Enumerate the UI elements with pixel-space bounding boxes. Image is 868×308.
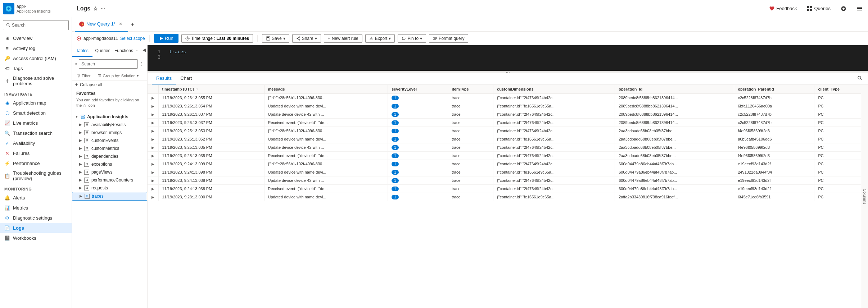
panel-tab-queries[interactable]: Queries (92, 45, 113, 57)
row-expand-button[interactable]: ▶ (152, 154, 154, 158)
add-tab-button[interactable]: + (128, 20, 137, 29)
results-tab-chart[interactable]: Chart (176, 73, 196, 84)
sidebar-item-metrics[interactable]: 📊 Metrics (0, 203, 72, 213)
row-expand-cell[interactable]: ▶ (148, 135, 158, 143)
select-scope-link[interactable]: Select scope (120, 36, 145, 41)
results-search-icon-container[interactable] (856, 74, 864, 83)
table-item-perf[interactable]: ▶ ⊞ performanceCounters (72, 176, 147, 184)
table-item-exceptions[interactable]: ▶ ⊞ exceptions (72, 160, 147, 168)
panel-search-more[interactable]: ⋮ (139, 61, 144, 67)
run-button[interactable]: Run (154, 34, 178, 43)
row-expand-button[interactable]: ▶ (152, 162, 154, 166)
row-expand-cell[interactable]: ▶ (148, 94, 158, 102)
panel-tab-functions[interactable]: Functions (113, 45, 135, 57)
query-editor[interactable]: 1 traces 2 (148, 45, 868, 71)
row-expand-button[interactable]: ▶ (152, 146, 154, 150)
tab-close-button[interactable]: ✕ (118, 21, 123, 27)
row-expand-button[interactable]: ▶ (152, 121, 154, 125)
sidebar-item-failures[interactable]: ✕ Failures (0, 148, 72, 158)
row-expand-cell[interactable]: ▶ (148, 110, 158, 119)
table-item-availability[interactable]: ▶ ⊞ availabilityResults (72, 121, 147, 129)
row-expand-button[interactable]: ▶ (152, 170, 154, 174)
row-expand-button[interactable]: ▶ (152, 137, 154, 141)
table-item-custom-metrics[interactable]: ▶ ⊞ customMetrics (72, 144, 147, 152)
row-expand-cell[interactable]: ▶ (148, 185, 158, 193)
format-query-button[interactable]: Format query (429, 34, 468, 43)
sidebar-item-application-map[interactable]: ◉ Application map (0, 98, 72, 108)
sidebar-search-input[interactable]: Search (3, 20, 69, 30)
pin-to-button[interactable]: Pin to ▾ (398, 34, 426, 43)
row-expand-button[interactable]: ▶ (152, 104, 154, 108)
db-group-header[interactable]: ▼ Application Insights (72, 113, 147, 121)
table-item-requests[interactable]: ▶ ⊞ requests (72, 184, 147, 192)
table-icon: ⊞ (84, 154, 89, 159)
sidebar-item-workbooks[interactable]: 📓 Workbooks (0, 233, 72, 243)
filter-button[interactable]: Filter (75, 73, 92, 79)
sidebar-item-overview[interactable]: ⊞ Overview (0, 33, 72, 43)
collapse-all-button[interactable]: Collapse all (72, 81, 105, 89)
table-item-traces[interactable]: ▶ ⊞ traces (72, 192, 147, 201)
sidebar-item-troubleshooting[interactable]: 📋 Troubleshooting guides (preview) (0, 168, 72, 183)
col-severity[interactable]: severityLevel (388, 85, 448, 94)
columns-panel[interactable]: Columns (861, 85, 868, 308)
col-expand[interactable] (148, 85, 158, 94)
sidebar-item-diagnose[interactable]: ⚕ Diagnose and solve problems (0, 73, 72, 88)
col-operation-parent[interactable]: operation_ParentId (734, 85, 814, 94)
col-itemtype[interactable]: itemType (448, 85, 493, 94)
row-expand-cell[interactable]: ▶ (148, 160, 158, 168)
table-item-pageviews[interactable]: ▶ ⊞ pageViews (72, 168, 147, 176)
row-expand-button[interactable]: ▶ (152, 96, 154, 100)
row-expand-button[interactable]: ▶ (152, 195, 154, 199)
new-alert-button[interactable]: + New alert rule (324, 34, 362, 43)
results-tab-results[interactable]: Results (152, 73, 176, 84)
star-icon[interactable]: ☆ (93, 6, 98, 12)
sidebar-item-availability[interactable]: ✓ Availability (0, 138, 72, 148)
row-expand-cell[interactable]: ▶ (148, 152, 158, 160)
share-button[interactable]: Share ▾ (292, 34, 321, 43)
row-expand-button[interactable]: ▶ (152, 187, 154, 191)
col-message[interactable]: message (264, 85, 388, 94)
export-button[interactable]: Export ▾ (365, 34, 395, 43)
col-custom-dim[interactable]: customDimensions (493, 85, 615, 94)
sidebar-item-smart-detection[interactable]: ⬡ Smart detection (0, 108, 72, 118)
group-by-button[interactable]: Group by: Solution ▾ (96, 72, 141, 79)
panel-more-button[interactable]: ··· (135, 45, 141, 57)
sidebar-item-transaction-search[interactable]: 🔍 Transaction search (0, 128, 72, 138)
save-button[interactable]: Save ▾ (262, 34, 289, 43)
col-client-type[interactable]: client_Type (814, 85, 868, 94)
sidebar-item-alerts[interactable]: 🔔 Alerts (0, 193, 72, 203)
table-item-browser[interactable]: ▶ ⊞ browserTimings (72, 129, 147, 137)
sidebar-item-activity-log[interactable]: ≡ Activity log (0, 43, 72, 53)
query-tab-1[interactable]: ⚡ New Query 1* ✕ (75, 17, 128, 32)
row-expand-cell[interactable]: ▶ (148, 143, 158, 152)
results-tabs: Results Chart (148, 73, 868, 85)
row-expand-cell[interactable]: ▶ (148, 168, 158, 176)
settings-button[interactable] (838, 4, 849, 13)
row-expand-button[interactable]: ▶ (152, 179, 154, 183)
col-timestamp[interactable]: timestamp [UTC] ↑↓ (158, 85, 264, 94)
queries-button[interactable]: Queries (804, 4, 833, 13)
row-expand-cell[interactable]: ▶ (148, 102, 158, 110)
table-item-dependencies[interactable]: ▶ ⊞ dependencies (72, 152, 147, 160)
sidebar-item-performance[interactable]: ⚡ Performance (0, 158, 72, 168)
more-icon[interactable]: ··· (101, 6, 105, 12)
sidebar-item-tags[interactable]: 🏷 Tags (0, 63, 72, 73)
row-expand-button[interactable]: ▶ (152, 129, 154, 133)
sidebar-item-iam[interactable]: 🔑 Access control (IAM) (0, 53, 72, 63)
panel-search-input[interactable] (79, 59, 138, 69)
panel-tab-tables[interactable]: Tables (72, 45, 92, 57)
row-expand-button[interactable]: ▶ (152, 112, 154, 116)
row-expand-cell[interactable]: ▶ (148, 176, 158, 185)
col-operation-id[interactable]: operation_Id (615, 85, 734, 94)
sidebar-item-diagnostic[interactable]: ⚙ Diagnostic settings (0, 213, 72, 223)
table-item-custom-events[interactable]: ▶ ⊞ customEvents (72, 137, 147, 144)
feedback-button[interactable]: Feedback (766, 4, 800, 13)
row-expand-cell[interactable]: ▶ (148, 127, 158, 135)
row-expand-cell[interactable]: ▶ (148, 119, 158, 127)
sidebar-item-logs[interactable]: 📄 Logs (0, 223, 72, 233)
time-range-button[interactable]: Time range : Last 30 minutes (181, 34, 253, 43)
row-expand-cell[interactable]: ▶ (148, 193, 158, 201)
panel-button[interactable] (854, 4, 865, 13)
sidebar-item-live-metrics[interactable]: 📈 Live metrics (0, 118, 72, 128)
panel-collapse-button[interactable]: ◀ (141, 45, 147, 57)
